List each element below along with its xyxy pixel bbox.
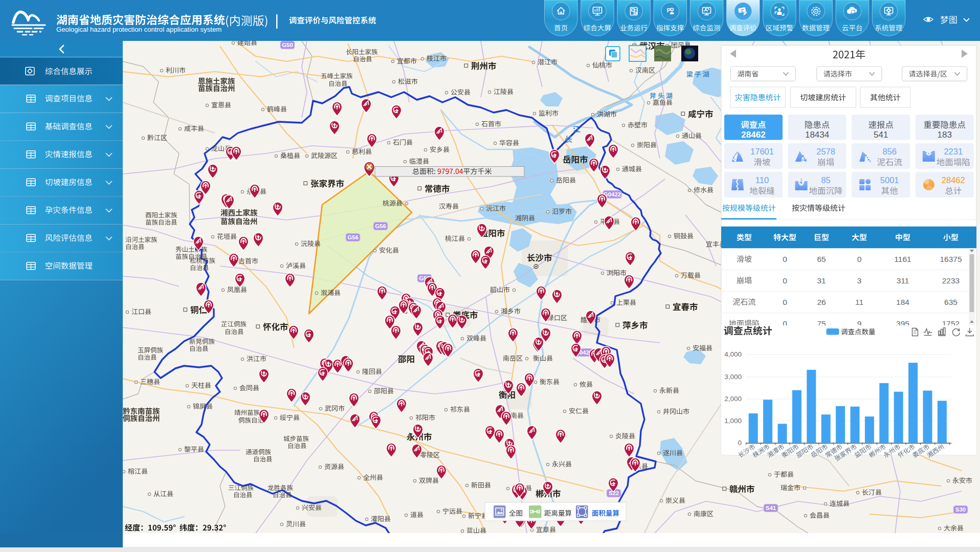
svg-text:85: 85 bbox=[821, 175, 830, 185]
svg-text:541: 541 bbox=[874, 130, 888, 140]
svg-text:S41: S41 bbox=[766, 505, 776, 511]
svg-text:0: 0 bbox=[783, 298, 787, 306]
svg-text:1161: 1161 bbox=[894, 255, 911, 263]
svg-text:26: 26 bbox=[817, 298, 826, 306]
svg-text:G50: G50 bbox=[282, 42, 293, 48]
svg-text:635: 635 bbox=[944, 298, 957, 306]
svg-text:2578: 2578 bbox=[816, 147, 835, 156]
svg-text:G56: G56 bbox=[347, 234, 359, 240]
svg-text:Geological hazard protection c: Geological hazard protection control app… bbox=[56, 26, 221, 33]
svg-text:28462: 28462 bbox=[741, 130, 765, 140]
svg-text:1,000: 1,000 bbox=[724, 417, 742, 425]
svg-text:17601: 17601 bbox=[750, 147, 774, 156]
svg-text:311: 311 bbox=[897, 276, 909, 285]
svg-text:3: 3 bbox=[857, 276, 862, 285]
svg-text:11: 11 bbox=[855, 298, 863, 306]
svg-text:856: 856 bbox=[882, 147, 897, 156]
svg-text:S30: S30 bbox=[955, 506, 966, 513]
svg-text:2233: 2233 bbox=[942, 276, 960, 285]
svg-text:2,000: 2,000 bbox=[724, 395, 742, 403]
svg-text:31: 31 bbox=[817, 276, 826, 285]
svg-text:0: 0 bbox=[857, 255, 862, 263]
svg-text:2231: 2231 bbox=[944, 147, 963, 156]
svg-text:110: 110 bbox=[755, 175, 769, 185]
svg-text:4,000: 4,000 bbox=[724, 350, 742, 358]
svg-text:P: P bbox=[667, 7, 671, 13]
svg-text:5001: 5001 bbox=[880, 175, 899, 185]
svg-text:65: 65 bbox=[817, 255, 826, 263]
svg-text:18434: 18434 bbox=[805, 130, 829, 140]
svg-text:183: 183 bbox=[938, 130, 952, 140]
svg-text:0: 0 bbox=[738, 439, 742, 447]
svg-text:184: 184 bbox=[896, 298, 909, 306]
svg-text:G56: G56 bbox=[375, 223, 386, 229]
svg-text:28462: 28462 bbox=[942, 175, 965, 185]
svg-text:0: 0 bbox=[783, 276, 787, 285]
svg-text:16375: 16375 bbox=[940, 255, 962, 263]
svg-text:3,000: 3,000 bbox=[724, 373, 742, 381]
svg-text:0: 0 bbox=[783, 255, 787, 263]
